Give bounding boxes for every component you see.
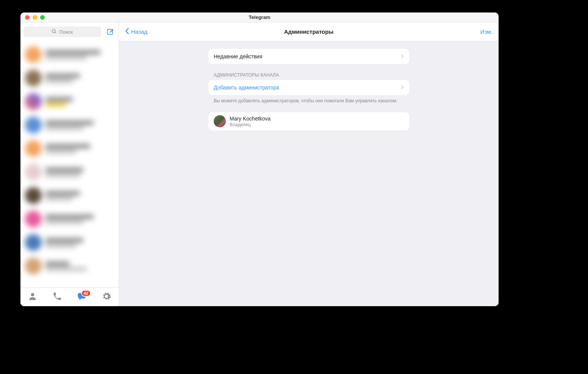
recent-actions-row[interactable]: Недавние действия [208, 49, 409, 64]
chat-list-item[interactable] [20, 137, 119, 160]
svg-point-0 [52, 29, 55, 32]
gear-icon [102, 291, 111, 303]
tab-bar: 42 [20, 287, 119, 306]
chat-list-item[interactable] [20, 113, 119, 137]
titlebar: Telegram [20, 13, 499, 22]
chat-list-item[interactable] [20, 254, 119, 278]
chat-list-item[interactable] [20, 90, 119, 113]
add-admin-label: Добавить администратора [214, 85, 279, 91]
tab-calls[interactable] [50, 289, 65, 305]
search-icon [52, 29, 57, 35]
chats-badge: 42 [81, 290, 91, 297]
recent-actions-label: Недавние действия [214, 53, 262, 59]
chat-list-item[interactable] [20, 231, 119, 254]
admin-name: Mary Kochetkova [230, 116, 271, 122]
maximize-window-button[interactable] [40, 15, 45, 20]
recent-actions-group: Недавние действия [208, 49, 409, 64]
phone-icon [52, 291, 62, 303]
search-input[interactable]: Поиск [23, 27, 101, 37]
admin-row[interactable]: Mary Kochetkova Владелец [208, 112, 409, 130]
avatar [214, 115, 226, 127]
main-panel: Назад Администраторы Изм. Недавние дейст… [119, 22, 499, 306]
window-title: Telegram [249, 14, 271, 20]
chat-list-item[interactable] [20, 43, 119, 66]
tab-chats[interactable]: 42 [74, 289, 89, 305]
traffic-lights [20, 15, 45, 20]
add-admin-group: Добавить администратора [208, 80, 409, 95]
main-body: Недавние действия АДМИНИСТРАТОРЫ КАНАЛА … [119, 41, 499, 306]
add-admin-row[interactable]: Добавить администратора [208, 80, 409, 95]
sidebar: Поиск [20, 22, 119, 306]
chevron-right-icon [401, 53, 404, 60]
svg-point-3 [31, 293, 34, 296]
admin-text: Mary Kochetkova Владелец [230, 116, 271, 127]
back-button[interactable]: Назад [125, 28, 147, 36]
section-footer: Вы можете добавлять администраторов, что… [208, 95, 409, 104]
search-placeholder: Поиск [59, 29, 73, 35]
sidebar-top: Поиск [20, 22, 119, 41]
close-window-button[interactable] [25, 15, 30, 20]
tab-settings[interactable] [99, 289, 114, 305]
minimize-window-button[interactable] [33, 15, 37, 20]
contacts-icon [28, 291, 38, 303]
page-title: Администраторы [284, 28, 333, 35]
app-window: Telegram Поиск [20, 13, 499, 306]
content: Поиск [20, 22, 499, 306]
chevron-left-icon [125, 28, 130, 36]
settings-panel: Недавние действия АДМИНИСТРАТОРЫ КАНАЛА … [208, 49, 409, 130]
section-header-admins: АДМИНИСТРАТОРЫ КАНАЛА [208, 64, 409, 80]
chat-list [20, 41, 119, 287]
chat-list-item[interactable] [20, 207, 119, 231]
admins-list: Mary Kochetkova Владелец [208, 112, 409, 130]
chat-list-item[interactable] [20, 160, 119, 184]
tab-contacts[interactable] [25, 289, 40, 305]
main-header: Назад Администраторы Изм. [119, 22, 499, 41]
admin-role: Владелец [230, 122, 271, 127]
chat-list-item[interactable] [20, 66, 119, 90]
chevron-right-icon [401, 85, 404, 91]
back-label: Назад [131, 28, 147, 35]
chat-list-item[interactable] [20, 184, 119, 207]
svg-line-1 [55, 32, 56, 33]
compose-button[interactable] [105, 27, 116, 37]
edit-button[interactable]: Изм. [480, 28, 493, 35]
